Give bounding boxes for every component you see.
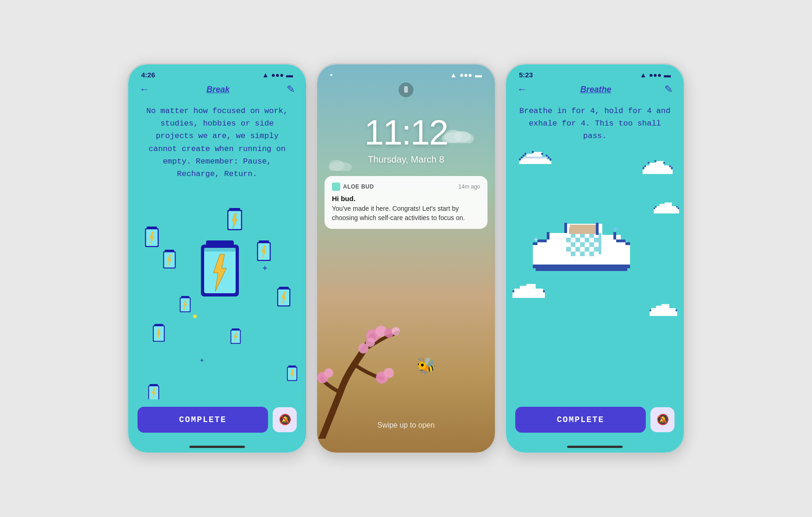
svg-rect-42 <box>288 366 296 367</box>
svg-rect-72 <box>519 158 521 160</box>
lock-status-bar: • ▲ ●●● ▬ <box>317 64 495 79</box>
pixel-cloud-top-left <box>519 147 551 166</box>
wifi-icon: ▲ <box>262 71 269 79</box>
svg-rect-112 <box>566 238 571 242</box>
svg-rect-153 <box>536 268 627 271</box>
phone-breathe: 5:23 ▲ ●●● ▬ ← Breathe ✎ Breathe in for … <box>505 63 685 454</box>
complete-bar-breathe: COMPLETE 🔕 <box>506 399 684 446</box>
svg-rect-94 <box>665 202 672 207</box>
bell-button-breathe[interactable]: 🔕 <box>650 407 675 432</box>
nav-title-break[interactable]: Break <box>206 85 230 95</box>
pixel-cloud-mid-right <box>654 198 679 214</box>
lock-main-date: Thursday, March 8 <box>317 154 495 165</box>
battery-status-icon-breathe: ▬ <box>664 71 671 79</box>
svg-rect-85 <box>643 167 644 169</box>
svg-rect-148 <box>596 223 599 235</box>
battery-far-bottom-right <box>286 366 299 382</box>
battery-bottom-center <box>229 328 242 345</box>
svg-rect-164 <box>650 309 651 311</box>
notif-header: ALOE BUD 14m ago <box>332 183 480 191</box>
svg-rect-91 <box>671 167 673 169</box>
signal-icon-breathe: ●●● <box>649 71 662 79</box>
svg-rect-124 <box>589 242 594 247</box>
svg-rect-80 <box>550 158 551 160</box>
svg-rect-158 <box>512 290 514 292</box>
svg-rect-1 <box>206 240 234 248</box>
nav-bar-break: ← Break ✎ <box>128 79 306 100</box>
bell-button-break[interactable]: 🔕 <box>273 407 297 432</box>
notification-card: ALOE BUD 14m ago Hi bud. You've made it … <box>325 176 487 229</box>
svg-rect-122 <box>580 242 585 247</box>
battery-bottom-right-large <box>275 287 292 308</box>
svg-rect-74 <box>523 155 525 157</box>
nav-bar-breathe: ← Breathe ✎ <box>506 79 684 100</box>
svg-rect-14 <box>165 250 174 252</box>
complete-bar-break: COMPLETE 🔕 <box>128 399 306 446</box>
edit-button-breathe[interactable]: ✎ <box>664 83 673 95</box>
svg-rect-131 <box>589 247 594 252</box>
notif-app-icon <box>332 183 340 191</box>
svg-point-61 <box>392 327 400 335</box>
svg-rect-161 <box>656 305 662 309</box>
lock-flashlight-icon <box>398 82 414 98</box>
svg-point-60 <box>324 368 333 378</box>
back-button-breathe[interactable]: ← <box>517 83 527 95</box>
screen-breathe: 5:23 ▲ ●●● ▬ ← Breathe ✎ Breathe in for … <box>506 64 684 453</box>
sparkle2: + <box>262 264 268 273</box>
lock-time-status: • <box>330 71 332 79</box>
svg-rect-118 <box>594 238 599 242</box>
svg-rect-116 <box>585 238 589 242</box>
svg-rect-88 <box>655 160 656 162</box>
time-break: 4:26 <box>141 71 155 79</box>
pixel-cloud-lower-right <box>650 300 677 316</box>
bell-icon-breathe: 🔕 <box>656 414 669 426</box>
screen-lock: • ▲ ●●● ▬ 11:12 Thursday, March 8 ALOE B… <box>317 64 495 453</box>
svg-rect-156 <box>526 284 536 290</box>
lock-battery: ▬ <box>475 71 482 79</box>
svg-rect-134 <box>571 252 575 256</box>
status-bar-breathe: 5:23 ▲ ●●● ▬ <box>506 64 684 79</box>
lock-signal: ▲ <box>450 71 457 79</box>
svg-rect-76 <box>532 151 534 153</box>
phone-lock: • ▲ ●●● ▬ 11:12 Thursday, March 8 ALOE B… <box>316 63 496 454</box>
svg-rect-86 <box>644 165 646 167</box>
complete-button-breathe[interactable]: COMPLETE <box>515 407 646 433</box>
pixel-cloud-lower-left <box>512 279 545 298</box>
svg-rect-129 <box>580 247 585 252</box>
nav-title-breathe[interactable]: Breathe <box>580 85 611 95</box>
svg-rect-165 <box>675 309 677 311</box>
svg-rect-51 <box>404 86 408 93</box>
lock-status-icons: ▲ ●●● ▬ <box>450 71 482 79</box>
svg-point-56 <box>366 338 375 347</box>
svg-rect-133 <box>566 252 571 256</box>
svg-rect-125 <box>594 242 599 247</box>
svg-rect-147 <box>564 223 567 233</box>
svg-rect-123 <box>585 242 589 247</box>
sparkle3: + <box>200 356 204 364</box>
pixel-cloud-top-right <box>643 157 673 174</box>
svg-rect-152 <box>533 265 630 268</box>
back-button-break[interactable]: ← <box>139 83 150 95</box>
battery-status-icon: ▬ <box>286 71 293 79</box>
svg-rect-130 <box>585 247 589 252</box>
screen-break: 4:26 ▲ ●●● ▬ ← Break ✎ No matter how foc… <box>128 64 306 453</box>
battery-left-mid <box>143 227 161 249</box>
edit-button-break[interactable]: ✎ <box>287 83 295 95</box>
svg-rect-78 <box>546 155 548 157</box>
svg-rect-4 <box>204 248 236 252</box>
battery-far-bottom-left <box>147 384 161 399</box>
complete-button-break[interactable]: COMPLETE <box>137 407 268 433</box>
battery-scene: + + <box>128 180 306 399</box>
svg-rect-141 <box>569 227 599 234</box>
svg-rect-120 <box>571 242 575 247</box>
notif-time-ago: 14m ago <box>458 183 480 190</box>
battery-center-left-med <box>151 324 166 343</box>
svg-rect-117 <box>589 238 594 242</box>
svg-rect-71 <box>519 161 551 164</box>
sparkle1 <box>193 315 197 318</box>
cherry-blossom-tree <box>317 300 400 439</box>
home-indicator-break <box>189 446 245 448</box>
svg-rect-6 <box>229 208 240 211</box>
home-indicator-breathe <box>567 446 623 448</box>
svg-rect-18 <box>259 240 269 243</box>
